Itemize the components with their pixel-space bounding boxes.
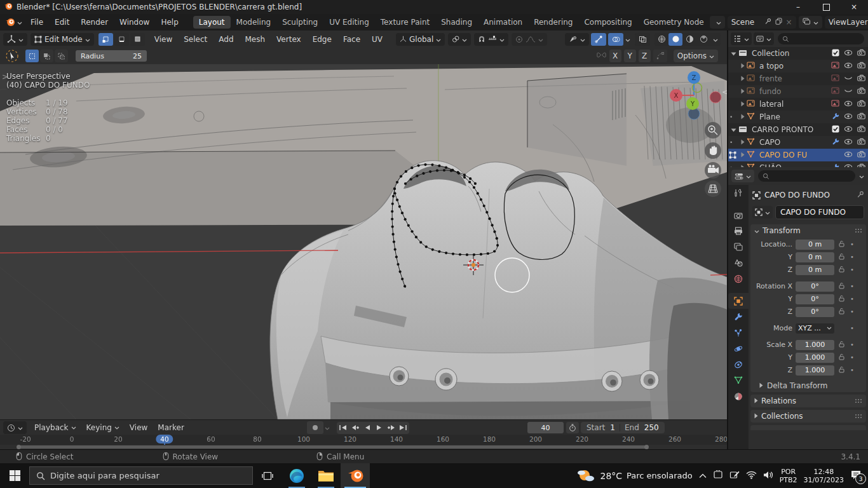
properties-tab-view-layer[interactable]: [728, 239, 749, 255]
menu-edit[interactable]: Edit: [49, 18, 75, 27]
outliner-row-frente[interactable]: frente: [728, 72, 868, 85]
animate-dot-icon[interactable]: •: [850, 254, 854, 261]
editor-type-button[interactable]: [3, 33, 27, 46]
workspace-tab-geometry-node[interactable]: Geometry Node: [638, 16, 710, 29]
current-frame-indicator[interactable]: 40: [156, 435, 173, 444]
value-field[interactable]: 0 m: [796, 265, 834, 275]
start-frame-field[interactable]: Start1: [582, 423, 620, 432]
animate-dot-icon[interactable]: •: [850, 241, 854, 248]
proportional-editing-controls[interactable]: [512, 33, 547, 46]
outliner-row-lateral[interactable]: lateral: [728, 98, 868, 111]
value-field[interactable]: 1.000: [796, 365, 834, 376]
value-field[interactable]: 0 m: [796, 252, 834, 262]
timeline-ruler[interactable]: -200204060801001201401601802002202402602…: [0, 435, 727, 445]
tray-expand-button[interactable]: [699, 471, 707, 480]
animate-dot-icon[interactable]: •: [850, 354, 854, 361]
shading-material-button[interactable]: [682, 33, 696, 46]
properties-tab-object[interactable]: [728, 293, 749, 309]
drag-handle-icon[interactable]: [855, 412, 862, 421]
clipped-panel[interactable]: [750, 425, 866, 430]
auto-keyframe-button[interactable]: [307, 421, 323, 434]
shading-rendered-button[interactable]: [696, 33, 710, 46]
camera-visibility-icon[interactable]: [857, 138, 865, 147]
radius-slider[interactable]: Radius 25: [76, 50, 147, 62]
timeline-menu-view[interactable]: View: [125, 423, 153, 432]
value-field[interactable]: 0°: [796, 294, 834, 304]
face-select-button[interactable]: [130, 33, 145, 46]
pin-id-icon[interactable]: [857, 191, 864, 200]
transform-orientation-selector[interactable]: Global: [396, 33, 445, 46]
outliner-row-capo-do-fu[interactable]: CAPO DO FU: [728, 149, 868, 161]
select-mode-set-button[interactable]: [25, 50, 39, 62]
edge-taskbar-button[interactable]: [282, 463, 311, 488]
animate-dot-icon[interactable]: •: [850, 295, 854, 302]
workspace-tab-texture-paint[interactable]: Texture Paint: [375, 16, 435, 29]
workspace-tab-compositing[interactable]: Compositing: [578, 16, 637, 29]
snap-controls[interactable]: [474, 33, 508, 46]
select-mode-subtract-button[interactable]: [55, 50, 68, 62]
lock-icon[interactable]: [839, 266, 844, 274]
rotation-mode-dropdown[interactable]: XYZ ...: [796, 323, 834, 334]
mode-selector[interactable]: Edit Mode: [31, 33, 94, 46]
windows-ink-icon[interactable]: [729, 470, 740, 481]
wifi-icon[interactable]: [746, 471, 757, 481]
camera-visibility-icon[interactable]: [857, 151, 865, 159]
mirror-x-button[interactable]: X: [609, 50, 621, 62]
exclude-checkbox[interactable]: [832, 49, 839, 58]
menu-file[interactable]: File: [25, 18, 49, 27]
timeline-scrollbar[interactable]: [0, 445, 727, 449]
shading-wireframe-button[interactable]: [654, 33, 668, 46]
viewport-menu-edge[interactable]: Edge: [307, 35, 337, 44]
value-field[interactable]: 1.000: [796, 353, 834, 363]
properties-tab-material[interactable]: [728, 388, 749, 404]
pivot-point-selector[interactable]: [448, 33, 471, 46]
eye-open-icon[interactable]: [844, 100, 853, 109]
eye-open-icon[interactable]: [844, 49, 853, 58]
eye-open-icon[interactable]: [844, 62, 853, 71]
play-button[interactable]: [373, 422, 385, 434]
eye-open-icon[interactable]: [844, 125, 853, 134]
scene-browse-button[interactable]: [710, 16, 725, 29]
viewport-menu-add[interactable]: Add: [213, 35, 239, 44]
properties-tab-data[interactable]: [728, 372, 749, 388]
properties-search-field[interactable]: [758, 170, 855, 182]
active-tool-button[interactable]: [4, 49, 20, 63]
camera-visibility-icon[interactable]: [857, 112, 865, 121]
edge-select-button[interactable]: [114, 33, 129, 46]
workspace-tab-layout[interactable]: Layout: [193, 16, 231, 29]
timeline-menu-marker[interactable]: Marker: [153, 423, 189, 432]
end-frame-field[interactable]: End250: [620, 423, 663, 432]
blender-taskbar-button[interactable]: [341, 463, 370, 488]
animate-dot-icon[interactable]: •: [850, 367, 854, 374]
drag-handle-icon[interactable]: [855, 226, 862, 235]
exclude-checkbox[interactable]: [832, 125, 839, 135]
mirror-y-button[interactable]: Y: [624, 50, 636, 62]
outliner-row-fundo[interactable]: fundo: [728, 85, 868, 98]
task-view-button[interactable]: [253, 463, 282, 488]
outliner-row-capo[interactable]: CAPO•: [728, 136, 868, 149]
viewport-menu-uv[interactable]: UV: [366, 35, 388, 44]
viewport-menu-select[interactable]: Select: [178, 35, 213, 44]
overlays-toggle[interactable]: [608, 33, 623, 46]
properties-tab-constraints[interactable]: [728, 356, 749, 372]
viewport-canvas[interactable]: Z X Y < > User Perspective (40) CAPO DO …: [0, 64, 727, 419]
pin-icon[interactable]: [764, 18, 771, 27]
viewport-menu-vertex[interactable]: Vertex: [271, 35, 307, 44]
prev-keyframe-button[interactable]: [349, 422, 361, 434]
select-mode-extend-button[interactable]: [40, 50, 53, 62]
workspace-tab-sculpting[interactable]: Sculpting: [276, 16, 323, 29]
collections-panel-header[interactable]: Collections: [750, 410, 866, 423]
app-menu-button[interactable]: [5, 17, 22, 27]
properties-tab-world[interactable]: [728, 271, 749, 287]
lock-icon[interactable]: [839, 295, 844, 304]
gizmos-toggle[interactable]: [591, 33, 606, 46]
workspace-tab-rendering[interactable]: Rendering: [528, 16, 578, 29]
camera-visibility-icon[interactable]: [857, 74, 865, 83]
eye-open-icon[interactable]: [844, 138, 853, 147]
menu-render[interactable]: Render: [75, 18, 114, 27]
eye-closed-icon[interactable]: [844, 87, 853, 96]
lock-icon[interactable]: [839, 240, 844, 249]
camera-visibility-icon[interactable]: [857, 49, 865, 58]
lock-icon[interactable]: [839, 341, 844, 349]
value-field[interactable]: 0°: [796, 281, 834, 292]
